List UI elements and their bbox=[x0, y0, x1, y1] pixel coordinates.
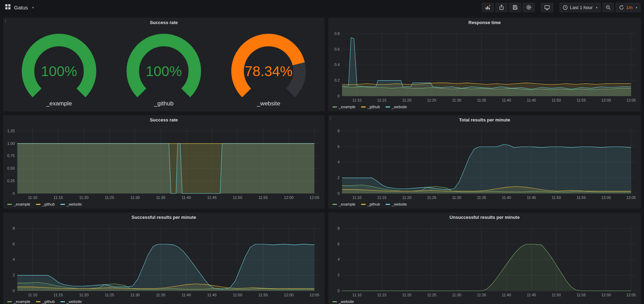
legend-label: _example bbox=[14, 202, 30, 206]
chart-unsuccessful-results[interactable]: 0246811:1011:1511:2011:2511:3011:3511:40… bbox=[328, 222, 641, 298]
dashboards-grid-icon[interactable] bbox=[5, 4, 11, 11]
legend-item-_website[interactable]: _website bbox=[60, 202, 82, 206]
svg-text:11:50: 11:50 bbox=[233, 195, 242, 200]
legend-swatch bbox=[332, 204, 337, 205]
refresh-interval-label: 1m bbox=[626, 5, 632, 10]
svg-text:11:15: 11:15 bbox=[377, 195, 386, 200]
svg-text:11:15: 11:15 bbox=[377, 98, 386, 102]
refresh-button[interactable]: 1m ▾ bbox=[616, 3, 641, 12]
svg-text:11:25: 11:25 bbox=[427, 195, 436, 200]
gauge-label: _github bbox=[154, 100, 174, 107]
legend-label: _website bbox=[67, 202, 82, 206]
navbar: Gatus ▾ Last 1 hour ▾ bbox=[0, 0, 644, 15]
svg-text:11:55: 11:55 bbox=[577, 98, 586, 102]
svg-text:11:40: 11:40 bbox=[182, 195, 191, 200]
chart-success-rate[interactable]: 00.250.500.751.001.2511:1011:1511:2011:2… bbox=[3, 125, 324, 201]
svg-text:12:05: 12:05 bbox=[626, 98, 636, 102]
legend-item-_example[interactable]: _example bbox=[7, 202, 30, 206]
legend-swatch bbox=[332, 106, 337, 107]
legend-label: _github bbox=[42, 299, 55, 304]
legend-item-_github[interactable]: _github bbox=[36, 299, 55, 304]
share-button[interactable] bbox=[496, 3, 507, 12]
legend-label: _github bbox=[367, 105, 380, 109]
legend-item-_example[interactable]: _example bbox=[7, 299, 30, 304]
legend-item-_example[interactable]: _example bbox=[332, 202, 356, 206]
panel-title[interactable]: Success rate bbox=[150, 117, 178, 123]
panel-title[interactable]: Total results per minute bbox=[459, 117, 510, 123]
time-range-picker[interactable]: Last 1 hour ▾ bbox=[559, 3, 601, 12]
legend-label: _website bbox=[392, 105, 407, 109]
legend-item-_github[interactable]: _github bbox=[36, 202, 55, 206]
svg-text:6: 6 bbox=[337, 242, 339, 246]
zoom-out-button[interactable] bbox=[602, 3, 614, 12]
add-panel-button[interactable] bbox=[482, 3, 494, 12]
svg-text:0.50: 0.50 bbox=[7, 166, 15, 170]
svg-text:8: 8 bbox=[337, 226, 339, 230]
refresh-interval-caret-icon: ▾ bbox=[636, 6, 637, 9]
svg-text:11:35: 11:35 bbox=[477, 293, 486, 297]
svg-text:8: 8 bbox=[13, 226, 15, 230]
svg-text:1.00: 1.00 bbox=[7, 141, 15, 146]
legend-label: _example bbox=[339, 105, 356, 109]
clock-icon bbox=[563, 5, 568, 10]
chart-total-results[interactable]: 0246811:1011:1511:2011:2511:3011:3511:40… bbox=[328, 125, 641, 201]
tv-mode-button[interactable] bbox=[541, 3, 553, 12]
svg-text:11:30: 11:30 bbox=[130, 195, 140, 200]
svg-text:11:20: 11:20 bbox=[79, 293, 89, 297]
gauge-label: _example bbox=[46, 100, 72, 107]
gauge-arc: 78.34% bbox=[216, 32, 321, 102]
svg-text:11:40: 11:40 bbox=[182, 293, 191, 297]
legend-item-_github[interactable]: _github bbox=[361, 202, 380, 206]
svg-text:11:45: 11:45 bbox=[207, 293, 217, 297]
legend-item-_website[interactable]: _website bbox=[332, 299, 354, 304]
svg-text:11:30: 11:30 bbox=[130, 293, 140, 297]
panel-header: Success rate bbox=[3, 18, 324, 27]
gauge-website: 78.34% _website bbox=[216, 32, 321, 107]
panel-title[interactable]: Response time bbox=[468, 20, 500, 25]
svg-text:11:25: 11:25 bbox=[427, 98, 436, 102]
chart-response-time[interactable]: 00.20.40.60.811:1011:1511:2011:2511:3011… bbox=[328, 27, 641, 104]
svg-text:11:15: 11:15 bbox=[53, 195, 63, 200]
legend-label: _github bbox=[42, 202, 55, 206]
panel-title[interactable]: Success rate bbox=[150, 20, 178, 25]
panel-unsuccessful-results: Unsuccessful results per minute 0246811:… bbox=[328, 212, 641, 304]
svg-text:11:55: 11:55 bbox=[258, 195, 268, 200]
svg-text:11:10: 11:10 bbox=[28, 195, 37, 200]
panel-info-icon[interactable]: i bbox=[5, 18, 6, 23]
svg-text:0: 0 bbox=[337, 94, 339, 98]
svg-text:12:05: 12:05 bbox=[309, 195, 319, 200]
legend-label: _example bbox=[339, 202, 356, 206]
save-button[interactable] bbox=[509, 3, 521, 12]
time-range-caret-icon: ▾ bbox=[596, 6, 598, 9]
panel-info-icon[interactable]: i bbox=[330, 116, 331, 120]
svg-text:11:20: 11:20 bbox=[402, 98, 411, 102]
panel-header: Total results per minute bbox=[328, 115, 641, 125]
legend-item-_website[interactable]: _website bbox=[386, 202, 407, 206]
svg-text:11:15: 11:15 bbox=[53, 293, 63, 297]
svg-text:11:45: 11:45 bbox=[527, 195, 536, 200]
dashboard-caret-icon[interactable]: ▾ bbox=[32, 6, 34, 9]
panel-header: Response time bbox=[328, 18, 641, 27]
dashboard-title[interactable]: Gatus bbox=[14, 5, 28, 10]
legend-item-_example[interactable]: _example bbox=[332, 105, 356, 109]
legend-swatch bbox=[361, 204, 366, 205]
legend-label: _website bbox=[339, 299, 354, 304]
svg-text:11:50: 11:50 bbox=[552, 195, 561, 200]
legend-label: _website bbox=[67, 299, 82, 304]
legend-item-_github[interactable]: _github bbox=[361, 105, 380, 109]
svg-text:11:45: 11:45 bbox=[527, 293, 536, 297]
chart-legend: _example_github_website bbox=[3, 298, 324, 304]
gauge-example: 100% _example bbox=[7, 32, 111, 107]
legend-item-_website[interactable]: _website bbox=[60, 299, 82, 304]
chart-successful-results[interactable]: 0246811:1011:1511:2011:2511:3011:3511:40… bbox=[3, 222, 324, 298]
svg-text:11:35: 11:35 bbox=[477, 98, 486, 102]
panel-title[interactable]: Successful results per minute bbox=[132, 215, 196, 220]
svg-text:0.75: 0.75 bbox=[7, 154, 15, 158]
panel-success-rate-timeseries: Success rate 00.250.500.751.001.2511:101… bbox=[3, 115, 325, 209]
svg-text:100%: 100% bbox=[146, 63, 182, 79]
legend-item-_website[interactable]: _website bbox=[386, 105, 407, 109]
settings-gear-button[interactable] bbox=[523, 3, 535, 12]
svg-text:0.2: 0.2 bbox=[334, 78, 339, 82]
dashboard-grid: i Success rate 100% _example 100% _githu… bbox=[0, 15, 644, 304]
panel-title[interactable]: Unsuccessful results per minute bbox=[449, 215, 520, 220]
